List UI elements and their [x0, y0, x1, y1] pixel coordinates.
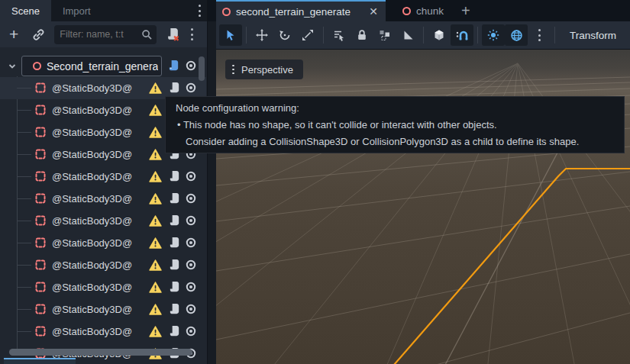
visibility-icon[interactable] [185, 281, 197, 293]
script-icon[interactable] [167, 60, 180, 72]
visibility-icon[interactable] [185, 60, 197, 72]
snap-toggle-button[interactable] [451, 24, 473, 46]
scale-tool-button[interactable] [296, 24, 319, 46]
script-icon[interactable] [168, 237, 181, 250]
ruler-button[interactable] [396, 24, 419, 46]
close-tab-icon[interactable]: ✕ [367, 5, 380, 18]
visibility-icon[interactable] [185, 259, 197, 271]
dock-menu-icon[interactable] [199, 3, 201, 18]
scene-root-icon [222, 8, 231, 16]
tooltip-title: Node configuration warning: [176, 100, 614, 117]
rotate-tool-button[interactable] [273, 24, 296, 46]
visibility-icon[interactable] [185, 303, 197, 315]
scene-tab-active[interactable]: second_terrain_generate ✕ [216, 0, 386, 21]
perspective-button[interactable]: Perspective [225, 60, 303, 79]
tree-row[interactable]: @StaticBody3D@ [0, 321, 206, 343]
warning-icon[interactable] [149, 82, 162, 94]
tree-row[interactable]: @StaticBody3D@ [0, 276, 206, 298]
bottom-dock-edge [4, 358, 76, 364]
godot-editor-window: Scene Import + [0, 0, 630, 364]
warning-icon[interactable] [149, 127, 162, 138]
filter-scripts-button[interactable] [166, 27, 180, 42]
tree-row[interactable]: @StaticBody3D@ [0, 188, 206, 210]
tree-root-row[interactable]: Second_terrain_genera [0, 55, 206, 77]
add-node-button[interactable]: + [9, 27, 18, 42]
node-label: @StaticBody3D@ [52, 99, 132, 121]
script-icon[interactable] [168, 170, 181, 183]
node-warning-tooltip: Node configuration warning: • This node … [165, 96, 625, 153]
warning-icon[interactable] [149, 259, 162, 271]
add-scene-tab-button[interactable]: + [461, 3, 470, 18]
dock-splitter[interactable] [208, 21, 216, 364]
script-icon[interactable] [168, 192, 181, 205]
node-label: @StaticBody3D@ [52, 232, 132, 254]
vertical-scrollbar[interactable] [199, 56, 205, 81]
tab-import[interactable]: Import [51, 0, 102, 21]
script-icon[interactable] [168, 214, 181, 227]
script-icon[interactable] [168, 303, 181, 316]
visibility-icon[interactable] [185, 325, 197, 337]
perspective-label: Perspective [241, 64, 293, 76]
tree-row[interactable]: @StaticBody3D@ [0, 298, 206, 321]
tree-branch-line [17, 154, 31, 155]
warning-icon[interactable] [149, 149, 162, 160]
visibility-icon[interactable] [185, 192, 197, 205]
script-icon[interactable] [168, 259, 181, 272]
tree-row[interactable]: @StaticBody3D@ [0, 166, 206, 188]
tooltip-line: Consider adding a CollisionShape3D or Co… [176, 134, 614, 150]
preview-environment-button[interactable] [505, 24, 528, 46]
warning-icon[interactable] [149, 282, 162, 293]
tree-row[interactable]: @StaticBody3D@ [0, 232, 206, 254]
scene-tab-chunk[interactable]: chunk [396, 0, 450, 21]
node-label: @StaticBody3D@ [52, 143, 132, 166]
globe-icon [510, 29, 523, 42]
list-select-tool-button[interactable] [328, 24, 351, 46]
move-icon [256, 29, 268, 41]
search-icon [141, 29, 153, 40]
tree-branch-line [17, 110, 31, 111]
tree-branch-line [17, 198, 31, 199]
warning-icon[interactable] [149, 105, 162, 116]
move-tool-button[interactable] [250, 24, 273, 46]
lock-button[interactable] [351, 24, 373, 46]
visibility-icon[interactable] [185, 237, 197, 249]
rotate-icon [279, 29, 291, 41]
node-label: @StaticBody3D@ [52, 298, 132, 321]
chevron-down-icon[interactable] [8, 62, 17, 71]
warning-icon[interactable] [149, 215, 162, 227]
static-body-3d-icon [35, 326, 46, 337]
visibility-icon[interactable] [185, 170, 197, 182]
select-tool-button[interactable] [219, 24, 242, 46]
scene-tab-label: chunk [416, 5, 444, 17]
node-label: @StaticBody3D@ [52, 254, 132, 276]
warning-icon[interactable] [149, 193, 162, 205]
warning-icon[interactable] [149, 237, 162, 249]
script-icon[interactable] [168, 281, 181, 294]
visibility-icon[interactable] [185, 214, 197, 227]
transform-menu[interactable]: Transform [570, 30, 616, 41]
warning-icon[interactable] [149, 171, 162, 182]
warning-icon[interactable] [149, 326, 162, 337]
cursor-arrow-icon [225, 29, 237, 41]
warning-icon[interactable] [149, 304, 162, 315]
tree-row[interactable]: @StaticBody3D@ [0, 210, 206, 232]
tab-scene[interactable]: Scene [0, 0, 51, 21]
script-icon[interactable] [168, 82, 181, 95]
tree-extra-menu-icon[interactable] [191, 27, 193, 42]
visibility-icon[interactable] [185, 82, 197, 94]
script-icon[interactable] [168, 325, 181, 338]
extra-options-menu-icon[interactable] [528, 24, 551, 46]
instance-scene-button[interactable] [32, 28, 45, 41]
node-name-editor[interactable]: Second_terrain_genera [21, 56, 162, 76]
horizontal-scrollbar[interactable] [9, 349, 192, 356]
node-label: @StaticBody3D@ [52, 276, 132, 298]
node-label: @StaticBody3D@ [52, 77, 132, 99]
static-body-3d-icon [35, 105, 46, 115]
node-label: @StaticBody3D@ [52, 321, 132, 343]
preview-sunlight-button[interactable] [482, 24, 505, 46]
local-space-button[interactable] [428, 24, 451, 46]
static-body-3d-icon [35, 171, 46, 182]
tree-row[interactable]: @StaticBody3D@ [0, 254, 206, 276]
filter-input[interactable] [60, 29, 141, 40]
group-button[interactable] [373, 24, 396, 46]
